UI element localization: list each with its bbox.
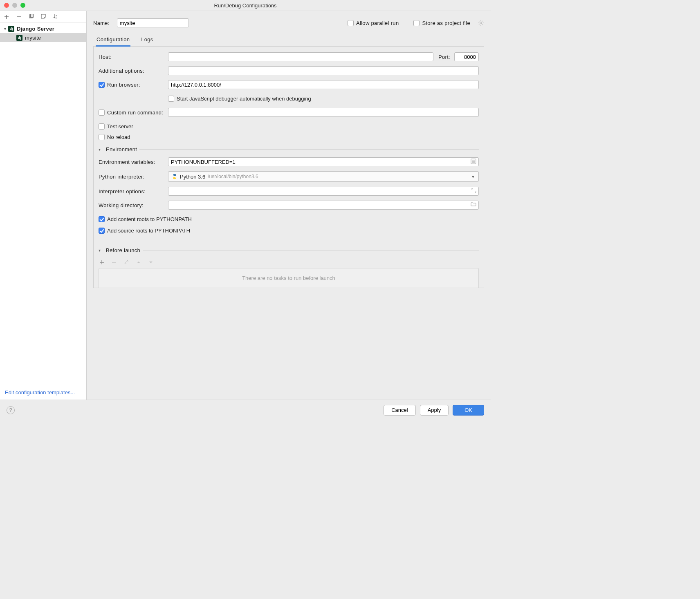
before-launch-empty: There are no tasks to run before launch [99, 268, 479, 288]
allow-parallel-checkbox[interactable] [348, 20, 354, 26]
start-js-debugger-checkbox[interactable] [168, 96, 174, 102]
chevron-down-icon: ▼ [471, 174, 475, 179]
custom-run-command-label: Custom run command: [107, 110, 163, 116]
custom-run-command-row[interactable]: Custom run command: [99, 110, 168, 116]
divider [139, 149, 479, 150]
list-icon[interactable] [471, 159, 476, 164]
django-icon: dj [16, 35, 22, 41]
remove-config-button[interactable] [16, 13, 22, 20]
svg-text:z: z [56, 17, 57, 19]
test-server-row[interactable]: Test server [99, 123, 133, 130]
store-project-checkbox-row[interactable]: Store as project file [413, 20, 470, 26]
interpreter-options-label: Interpreter options: [99, 188, 168, 194]
tabs: Configuration Logs [93, 34, 484, 47]
chevron-down-icon: ▾ [2, 27, 7, 31]
environment-section-header[interactable]: ▾ Environment [99, 146, 479, 152]
configuration-panel: Host: Port: Additional options: Run brow… [93, 47, 484, 243]
ok-button[interactable]: OK [453, 405, 484, 416]
titlebar: Run/Debug Configurations [0, 0, 491, 11]
copy-config-button[interactable] [28, 13, 34, 20]
add-source-roots-row[interactable]: Add source roots to PYTHONPATH [99, 228, 190, 234]
allow-parallel-checkbox-row[interactable]: Allow parallel run [348, 20, 399, 26]
run-browser-label: Run browser: [107, 82, 140, 88]
folder-icon[interactable] [471, 202, 476, 207]
bl-up-button [135, 259, 142, 266]
host-field[interactable] [168, 52, 433, 61]
gear-icon[interactable] [478, 20, 484, 26]
run-browser-field[interactable] [168, 80, 479, 89]
start-js-debugger-row[interactable]: Start JavaScript debugger automatically … [168, 96, 479, 102]
apply-button[interactable]: Apply [420, 405, 449, 416]
name-field[interactable] [117, 18, 189, 27]
django-icon: dj [8, 26, 14, 32]
before-launch-panel: ▾ Before launch There are no tasks to ru… [93, 243, 484, 288]
no-reload-checkbox[interactable] [99, 134, 105, 140]
cancel-button[interactable]: Cancel [384, 405, 415, 416]
working-directory-label: Working directory: [99, 202, 168, 208]
add-content-roots-row[interactable]: Add content roots to PYTHONPATH [99, 216, 192, 222]
svg-point-4 [480, 22, 482, 24]
svg-rect-1 [30, 14, 33, 18]
custom-run-command-field [168, 108, 479, 117]
run-browser-checkbox-row[interactable]: Run browser: [99, 82, 168, 88]
working-directory-field[interactable] [168, 201, 479, 210]
save-config-button[interactable] [40, 13, 47, 20]
python-interpreter-path: /usr/local/bin/python3.6 [208, 174, 258, 179]
no-reload-row[interactable]: No reload [99, 134, 130, 140]
tab-configuration[interactable]: Configuration [96, 34, 130, 47]
chevron-down-icon: ▾ [99, 248, 103, 253]
divider [143, 250, 479, 250]
tree-group-label: Django Server [17, 26, 54, 32]
help-button[interactable]: ? [7, 406, 15, 414]
tree-item-mysite[interactable]: dj mysite [0, 33, 86, 42]
run-browser-checkbox[interactable] [99, 82, 105, 88]
test-server-checkbox[interactable] [99, 123, 105, 130]
tree-group-django-server[interactable]: ▾ dj Django Server [0, 24, 86, 33]
port-field[interactable] [454, 52, 479, 61]
python-icon [172, 174, 177, 179]
bl-edit-button [123, 259, 130, 266]
allow-parallel-label: Allow parallel run [356, 20, 399, 26]
before-launch-title: Before launch [106, 247, 140, 253]
environment-section-title: Environment [106, 146, 137, 152]
custom-run-command-checkbox[interactable] [99, 110, 105, 116]
add-config-button[interactable] [3, 13, 10, 20]
no-reload-label: No reload [107, 134, 130, 140]
add-source-roots-label: Add source roots to PYTHONPATH [107, 228, 190, 234]
test-server-label: Test server [107, 123, 133, 130]
port-label: Port: [438, 54, 450, 60]
env-vars-field[interactable] [168, 157, 479, 166]
sidebar-toolbar: az [0, 11, 86, 22]
name-label: Name: [93, 20, 110, 26]
before-launch-toolbar [99, 258, 479, 268]
bl-remove-button [111, 259, 117, 266]
edit-templates-link[interactable]: Edit configuration templates... [0, 385, 86, 400]
before-launch-header[interactable]: ▾ Before launch [99, 247, 479, 253]
main-panel: Name: Allow parallel run Store as projec… [87, 11, 491, 400]
before-launch-empty-text: There are no tasks to run before launch [242, 275, 335, 281]
sidebar: az ▾ dj Django Server dj mysite Edit con… [0, 11, 87, 400]
add-source-roots-checkbox[interactable] [99, 228, 105, 234]
store-project-label: Store as project file [422, 20, 470, 26]
content: az ▾ dj Django Server dj mysite Edit con… [0, 11, 491, 400]
store-project-checkbox[interactable] [413, 20, 420, 26]
python-interpreter-dropdown[interactable]: Python 3.6 /usr/local/bin/python3.6 ▼ [168, 171, 479, 182]
additional-options-label: Additional options: [99, 68, 168, 74]
bl-add-button[interactable] [99, 259, 105, 266]
tab-logs[interactable]: Logs [140, 34, 154, 46]
python-interpreter-name: Python 3.6 [180, 174, 205, 180]
python-interpreter-label: Python interpreter: [99, 174, 168, 180]
start-js-debugger-label: Start JavaScript debugger automatically … [177, 96, 311, 102]
window-title: Run/Debug Configurations [0, 2, 491, 9]
config-tree: ▾ dj Django Server dj mysite [0, 22, 86, 385]
sort-config-button[interactable]: az [52, 13, 59, 20]
additional-options-field[interactable] [168, 66, 479, 75]
bl-down-button [148, 259, 154, 266]
interpreter-options-field[interactable] [168, 187, 479, 196]
add-content-roots-checkbox[interactable] [99, 216, 105, 222]
tree-item-label: mysite [25, 35, 41, 41]
add-content-roots-label: Add content roots to PYTHONPATH [107, 216, 192, 222]
top-row: Name: Allow parallel run Store as projec… [93, 18, 484, 27]
expand-icon[interactable] [471, 188, 476, 193]
footer: ? Cancel Apply OK [0, 400, 491, 420]
